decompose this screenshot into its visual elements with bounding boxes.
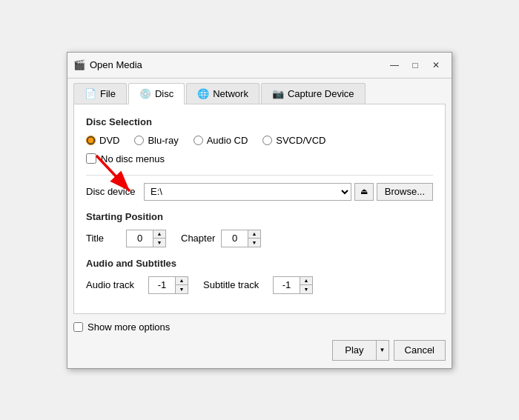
- tab-capture[interactable]: 📷 Capture Device: [261, 83, 366, 104]
- app-icon: 🎬: [73, 59, 85, 71]
- no-disc-menus-label: No disc menus: [101, 153, 165, 164]
- close-button[interactable]: ✕: [426, 57, 446, 73]
- chapter-spin-wrap: ▲ ▼: [221, 230, 261, 247]
- title-spin-down[interactable]: ▼: [153, 239, 165, 247]
- show-more-row: Show more options: [73, 321, 446, 333]
- chapter-spin-buttons: ▲ ▼: [248, 230, 260, 247]
- title-spin-buttons: ▲ ▼: [153, 230, 165, 247]
- tab-bar: 📄 File 💿 Disc 🌐 Network 📷 Capture Device: [67, 79, 452, 104]
- svcd-label: SVCD/VCD: [276, 135, 325, 146]
- file-tab-label: File: [100, 88, 116, 99]
- network-tab-icon: 🌐: [197, 88, 209, 99]
- content-area: Disc Selection DVD Blu-ray Audio CD SVCD…: [73, 104, 446, 314]
- audio-track-spin-buttons: ▲ ▼: [175, 277, 188, 293]
- chapter-spin-input[interactable]: [222, 230, 248, 247]
- play-dropdown-button[interactable]: ▼: [376, 340, 389, 361]
- disc-selection-title: Disc Selection: [86, 116, 433, 127]
- titlebar: 🎬 Open Media — □ ✕: [67, 53, 452, 79]
- maximize-button[interactable]: □: [406, 57, 425, 73]
- starting-position-title: Starting Position: [86, 211, 433, 222]
- subtitle-track-group: Subtitle track ▲ ▼: [203, 276, 313, 294]
- window-controls: — □ ✕: [385, 57, 446, 73]
- svcd-radio[interactable]: [262, 136, 272, 145]
- show-more-checkbox[interactable]: [73, 322, 83, 332]
- title-spin-wrap: ▲ ▼: [126, 230, 166, 247]
- audiocd-radio-item[interactable]: Audio CD: [194, 135, 248, 146]
- subtitle-track-label: Subtitle track: [203, 279, 270, 290]
- audio-subtitles-title: Audio and Subtitles: [86, 258, 433, 269]
- bluray-radio[interactable]: [134, 136, 144, 145]
- chapter-spin-up[interactable]: ▲: [248, 230, 260, 239]
- disc-device-row: Disc device E:\ ⏏ Browse...: [86, 183, 433, 201]
- tab-disc[interactable]: 💿 Disc: [128, 83, 185, 104]
- subtitle-track-input[interactable]: [274, 277, 300, 293]
- title-spin-up[interactable]: ▲: [153, 230, 165, 239]
- disc-device-input-group: E:\ ⏏ Browse...: [144, 183, 433, 201]
- play-dropdown-icon: ▼: [380, 347, 386, 353]
- dvd-radio[interactable]: [86, 136, 96, 145]
- audiocd-radio[interactable]: [194, 136, 203, 145]
- dvd-radio-item[interactable]: DVD: [86, 135, 119, 146]
- audiocd-label: Audio CD: [207, 135, 248, 146]
- bluray-label: Blu-ray: [148, 135, 178, 146]
- no-disc-menus-checkbox[interactable]: [86, 153, 96, 164]
- divider-1: [86, 175, 433, 176]
- subtitle-track-spin-buttons: ▲ ▼: [300, 277, 312, 293]
- play-button[interactable]: Play: [332, 340, 375, 361]
- disc-tab-label: Disc: [155, 88, 173, 99]
- disc-device-label: Disc device: [86, 186, 138, 197]
- show-more-label: Show more options: [87, 321, 170, 333]
- eject-button[interactable]: ⏏: [354, 183, 374, 201]
- disc-tab-icon: 💿: [139, 88, 151, 99]
- dvd-label: DVD: [99, 135, 119, 146]
- capture-tab-label: Capture Device: [288, 88, 354, 99]
- subtitle-track-up[interactable]: ▲: [300, 277, 312, 285]
- subtitle-track-down[interactable]: ▼: [300, 285, 312, 293]
- tab-file[interactable]: 📄 File: [73, 83, 127, 104]
- bottom-area: Show more options Play ▼ Cancel: [67, 314, 452, 368]
- subtitle-track-spin-wrap: ▲ ▼: [273, 276, 313, 294]
- no-disc-menus-row: No disc menus: [86, 153, 433, 164]
- window-title: Open Media: [90, 59, 142, 70]
- file-tab-icon: 📄: [85, 88, 96, 99]
- chapter-spin-down[interactable]: ▼: [248, 239, 260, 247]
- network-tab-label: Network: [213, 88, 248, 99]
- capture-tab-icon: 📷: [272, 88, 284, 99]
- title-spin-group: Title ▲ ▼: [86, 230, 166, 247]
- minimize-button[interactable]: —: [385, 57, 404, 73]
- svcd-radio-item[interactable]: SVCD/VCD: [262, 135, 325, 146]
- audio-track-input[interactable]: [149, 277, 175, 293]
- play-btn-group: Play ▼: [332, 340, 389, 361]
- cancel-button[interactable]: Cancel: [394, 340, 446, 361]
- title-spin-label: Title: [86, 233, 123, 244]
- bluray-radio-item[interactable]: Blu-ray: [134, 135, 178, 146]
- disc-type-group: DVD Blu-ray Audio CD SVCD/VCD: [86, 135, 433, 146]
- audio-track-group: Audio track ▲ ▼: [86, 276, 188, 294]
- audio-track-label: Audio track: [86, 279, 145, 290]
- audio-track-down[interactable]: ▼: [176, 285, 188, 293]
- audio-track-spin-wrap: ▲ ▼: [148, 276, 188, 294]
- chapter-spin-group: Chapter ▲ ▼: [181, 230, 261, 247]
- title-spin-input[interactable]: [127, 230, 153, 247]
- disc-device-select[interactable]: E:\: [144, 183, 351, 201]
- chapter-spin-label: Chapter: [181, 233, 218, 244]
- eject-icon: ⏏: [360, 187, 368, 196]
- browse-button[interactable]: Browse...: [377, 183, 433, 201]
- tab-network[interactable]: 🌐 Network: [186, 83, 260, 104]
- footer-buttons: Play ▼ Cancel: [73, 340, 446, 361]
- audio-track-up[interactable]: ▲: [176, 277, 188, 285]
